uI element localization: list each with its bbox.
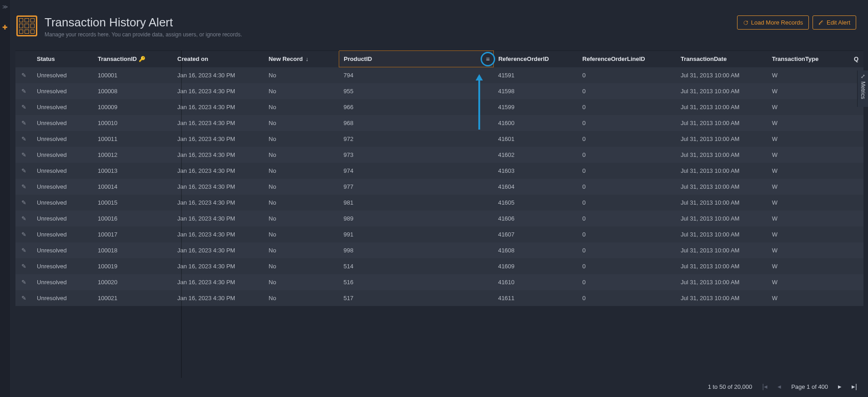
table-row[interactable]: ✎Unresolved100014Jan 16, 2023 4:30 PMNo9… [15,179,863,195]
cell-created-on: Jan 16, 2023 4:30 PM [173,99,264,115]
cell-reference-order-line-id: 0 [578,274,676,290]
table-row[interactable]: ✎Unresolved100001Jan 16, 2023 4:30 PMNo7… [15,67,863,83]
cell-q [849,163,863,179]
edit-icon [818,20,824,25]
edit-row-button[interactable]: ✎ [15,258,32,274]
cell-reference-order-id: 41609 [493,258,577,274]
col-transaction-date[interactable]: TransactionDate [676,51,768,67]
table-row[interactable]: ✎Unresolved100008Jan 16, 2023 4:30 PMNo9… [15,83,863,99]
cell-created-on: Jan 16, 2023 4:30 PM [173,83,264,99]
cell-product-id: 981 [339,195,494,211]
cell-transaction-date: Jul 31, 2013 10:00 AM [676,179,768,195]
edit-row-button[interactable]: ✎ [15,67,32,83]
cell-new-record: No [264,290,339,306]
cell-transaction-type: W [768,67,849,83]
table-row[interactable]: ✎Unresolved100010Jan 16, 2023 4:30 PMNo9… [15,115,863,131]
cell-status: Unresolved [32,83,93,99]
cell-reference-order-id: 41600 [493,115,577,131]
edit-row-button[interactable]: ✎ [15,274,32,290]
table-row[interactable]: ✎Unresolved100017Jan 16, 2023 4:30 PMNo9… [15,226,863,242]
cell-reference-order-line-id: 0 [578,83,676,99]
table-row[interactable]: ✎Unresolved100020Jan 16, 2023 4:30 PMNo5… [15,274,863,290]
column-menu-button[interactable]: ≡ [481,52,495,66]
edit-row-button[interactable]: ✎ [15,290,32,306]
edit-row-button[interactable]: ✎ [15,147,32,163]
main: Transaction History Alert Manage your re… [13,0,868,397]
table-body: ✎Unresolved100001Jan 16, 2023 4:30 PMNo7… [15,67,863,306]
cell-reference-order-id: 41610 [493,274,577,290]
table-row[interactable]: ✎Unresolved100013Jan 16, 2023 4:30 PMNo9… [15,163,863,179]
col-q[interactable]: Q [849,51,863,67]
cell-created-on: Jan 16, 2023 4:30 PM [173,67,264,83]
first-page-button[interactable]: |◂ [762,382,768,391]
cell-q [849,195,863,211]
edit-row-button[interactable]: ✎ [15,83,32,99]
cell-reference-order-id: 41591 [493,67,577,83]
cell-transaction-id: 100020 [93,274,173,290]
col-product-id[interactable]: ProductID ≡ [339,51,494,67]
pager: 1 to 50 of 20,000 |◂ ◂ Page 1 of 400 ▸ ▸… [13,378,868,397]
edit-row-button[interactable]: ✎ [15,99,32,115]
col-status[interactable]: Status [32,51,93,67]
cell-reference-order-id: 41598 [493,83,577,99]
table-row[interactable]: ✎Unresolved100015Jan 16, 2023 4:30 PMNo9… [15,195,863,211]
cell-product-id: 516 [339,274,494,290]
table-row[interactable]: ✎Unresolved100021Jan 16, 2023 4:30 PMNo5… [15,290,863,306]
cell-created-on: Jan 16, 2023 4:30 PM [173,115,264,131]
edit-row-button[interactable]: ✎ [15,195,32,211]
edit-row-button[interactable]: ✎ [15,226,32,242]
cell-product-id: 955 [339,83,494,99]
cell-new-record: No [264,83,339,99]
add-icon[interactable]: ✚ [2,24,8,31]
edit-row-button[interactable]: ✎ [15,163,32,179]
cell-status: Unresolved [32,179,93,195]
cell-reference-order-id: 41608 [493,242,577,258]
table-row[interactable]: ✎Unresolved100018Jan 16, 2023 4:30 PMNo9… [15,242,863,258]
cell-transaction-type: W [768,242,849,258]
edit-alert-label: Edit Alert [827,19,850,26]
table-row[interactable]: ✎Unresolved100011Jan 16, 2023 4:30 PMNo9… [15,131,863,147]
cell-reference-order-id: 41605 [493,195,577,211]
range-label: 1 to 50 of 20,000 [708,383,753,390]
last-page-button[interactable]: ▸| [852,382,857,391]
cell-q [849,290,863,306]
cell-transaction-type: W [768,226,849,242]
col-new-record[interactable]: New Record↓ [264,51,339,67]
cell-transaction-id: 100015 [93,195,173,211]
expand-rail-icon[interactable]: ≫ [2,4,8,10]
table-row[interactable]: ✎Unresolved100012Jan 16, 2023 4:30 PMNo9… [15,147,863,163]
prev-page-button[interactable]: ◂ [778,382,781,391]
cell-reference-order-id: 41606 [493,211,577,226]
cell-reference-order-line-id: 0 [578,67,676,83]
cell-q [849,147,863,163]
edit-row-button[interactable]: ✎ [15,242,32,258]
metrics-tab[interactable]: ⤡ Metrics [857,70,868,107]
table-row[interactable]: ✎Unresolved100019Jan 16, 2023 4:30 PMNo5… [15,258,863,274]
load-more-button[interactable]: Load More Records [737,15,809,30]
cell-new-record: No [264,147,339,163]
cell-transaction-type: W [768,131,849,147]
cell-created-on: Jan 16, 2023 4:30 PM [173,147,264,163]
col-created-on[interactable]: Created on [173,51,264,67]
edit-row-button[interactable]: ✎ [15,211,32,226]
table-row[interactable]: ✎Unresolved100009Jan 16, 2023 4:30 PMNo9… [15,99,863,115]
col-transaction-type[interactable]: TransactionType [768,51,849,67]
cell-transaction-type: W [768,179,849,195]
table-row[interactable]: ✎Unresolved100016Jan 16, 2023 4:30 PMNo9… [15,211,863,226]
col-transaction-id[interactable]: TransactionID🔑 [93,51,173,67]
edit-row-button[interactable]: ✎ [15,179,32,195]
edit-row-button[interactable]: ✎ [15,115,32,131]
cell-transaction-id: 100014 [93,179,173,195]
col-reference-order-line-id[interactable]: ReferenceOrderLineID [578,51,676,67]
cell-transaction-id: 100011 [93,131,173,147]
cell-q [849,211,863,226]
cell-new-record: No [264,226,339,242]
cell-transaction-type: W [768,83,849,99]
col-reference-order-id[interactable]: ReferenceOrderID [493,51,577,67]
cell-reference-order-line-id: 0 [578,147,676,163]
cell-status: Unresolved [32,211,93,226]
next-page-button[interactable]: ▸ [838,382,842,391]
edit-alert-button[interactable]: Edit Alert [813,15,856,30]
cell-status: Unresolved [32,195,93,211]
edit-row-button[interactable]: ✎ [15,131,32,147]
